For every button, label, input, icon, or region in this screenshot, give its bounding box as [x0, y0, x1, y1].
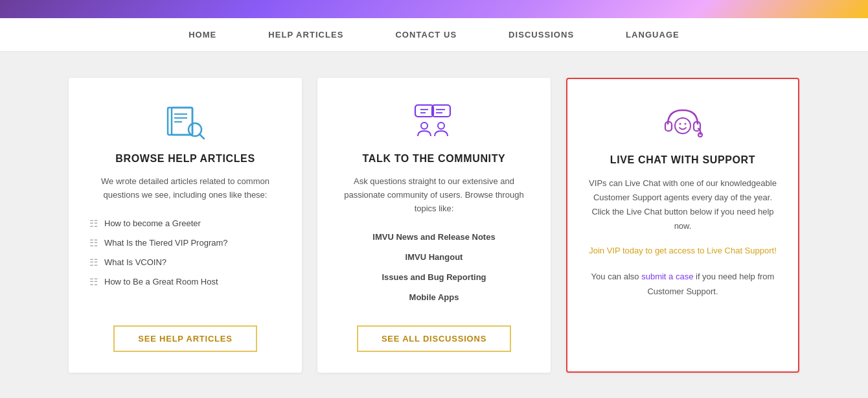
livechat-desc: VIPs can Live Chat with one of our knowl… — [588, 176, 777, 233]
community-card: TALK TO THE COMMUNITY Ask questions stra… — [317, 78, 551, 373]
svg-rect-10 — [432, 105, 450, 117]
doc-icon: ☷ — [89, 276, 98, 288]
article-list: ☷ How to become a Greeter ☷ What Is the … — [89, 214, 281, 292]
svg-point-18 — [675, 118, 691, 134]
browse-icon — [163, 101, 208, 143]
discussion-list: IMVU News and Release Notes IMVU Hangout… — [338, 227, 530, 307]
livechat-title: LIVE CHAT WITH SUPPORT — [610, 154, 755, 166]
svg-point-19 — [680, 123, 681, 125]
svg-line-6 — [200, 134, 204, 139]
doc-icon: ☷ — [89, 237, 98, 249]
livechat-card: LIVE CHAT WITH SUPPORT VIPs can Live Cha… — [566, 78, 799, 373]
nav-home[interactable]: HOME — [188, 30, 216, 40]
list-item: IMVU Hangout — [338, 247, 530, 267]
svg-point-14 — [438, 123, 444, 129]
submit-case-link[interactable]: submit a case — [641, 272, 693, 281]
list-item: ☷ How to Be a Great Room Host — [89, 272, 281, 292]
submit-case-text: You can also submit a case if you need h… — [588, 270, 777, 298]
svg-point-20 — [685, 123, 687, 125]
see-help-articles-button[interactable]: SEE HELP ARTICLES — [113, 325, 257, 352]
header-banner — [0, 0, 868, 18]
community-title: TALK TO THE COMMUNITY — [363, 153, 506, 165]
community-icon — [411, 101, 457, 143]
cards-row: BROWSE HELP ARTICLES We wrote detailed a… — [39, 78, 829, 373]
livechat-icon — [660, 102, 705, 144]
community-desc: Ask questions straight to our extensive … — [338, 175, 530, 215]
main-nav: HOME HELP ARTICLES CONTACT US DISCUSSION… — [0, 18, 868, 52]
list-item: IMVU News and Release Notes — [338, 227, 530, 247]
list-item: ☷ What Is VCOIN? — [89, 253, 281, 272]
nav-contact-us[interactable]: CONTACT US — [395, 30, 457, 40]
list-item: Mobile Apps — [338, 287, 530, 307]
list-item: ☷ What Is the Tiered VIP Program? — [89, 233, 281, 253]
nav-help-articles[interactable]: HELP ARTICLES — [268, 30, 343, 40]
doc-icon: ☷ — [89, 257, 98, 268]
doc-icon: ☷ — [89, 218, 98, 229]
vip-link[interactable]: Join VIP today to get access to Live Cha… — [589, 244, 777, 258]
list-item: ☷ How to become a Greeter — [89, 214, 281, 233]
browse-help-card: BROWSE HELP ARTICLES We wrote detailed a… — [69, 78, 302, 373]
see-all-discussions-button[interactable]: SEE ALL DISCUSSIONS — [357, 325, 511, 352]
browse-desc: We wrote detailed articles related to co… — [89, 175, 281, 202]
nav-language[interactable]: LANGUAGE — [626, 30, 680, 40]
main-content: BROWSE HELP ARTICLES We wrote detailed a… — [0, 52, 868, 398]
svg-point-13 — [421, 123, 428, 129]
nav-discussions[interactable]: DISCUSSIONS — [508, 30, 574, 40]
browse-title: BROWSE HELP ARTICLES — [115, 153, 255, 165]
svg-rect-7 — [415, 105, 433, 117]
list-item: Issues and Bug Reporting — [338, 267, 530, 287]
